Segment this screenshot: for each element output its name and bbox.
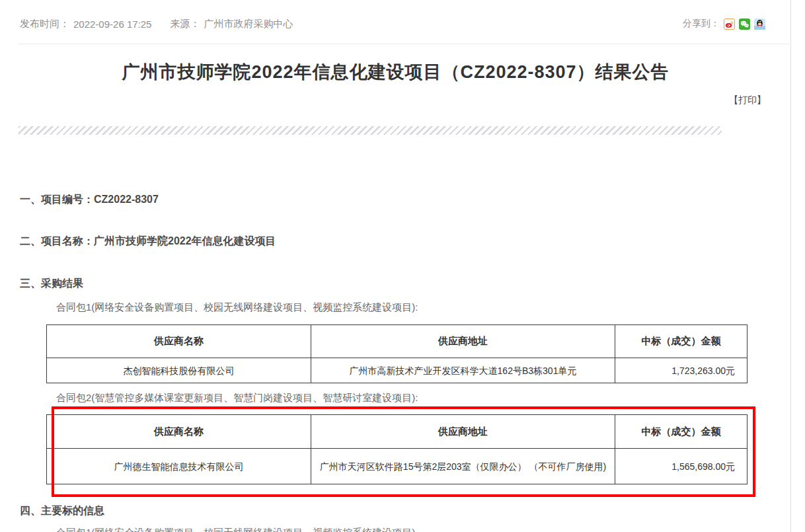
table-header-row: 供应商名称 供应商地址 中标（成交）金额 [47,415,748,449]
source: 来源：广州市政府采购中心 [170,18,293,30]
hatched-divider [19,126,722,135]
section-project-number: 一、项目编号：CZ2022-8307 [20,193,805,206]
col-header-supplier-name: 供应商名称 [47,415,311,449]
award-amount-cell: 1,723,263.00元 [615,358,748,383]
section-main-subject-info: 四、主要标的信息 [20,504,805,517]
section-procurement-result: 三、采购结果 [20,277,805,290]
bottom-clipped-text: 合同包1(网络安全设备购置项目、校园无线网络建设项目、视频监控系统建设项目) [56,526,805,532]
weibo-icon[interactable] [724,19,735,30]
supplier-address-cell: 广州市高新技术产业开发区科学大道162号B3栋301单元 [311,358,615,383]
package1-result-table: 供应商名称 供应商地址 中标（成交）金额 杰创智能科技股份有限公司 广州市高新技… [46,324,748,383]
table-row: 广州德生智能信息技术有限公司 广州市天河区软件路15号第2层203室（仅限办公）… [47,449,748,484]
share-group: 分享到： [683,18,765,30]
col-header-award-amount: 中标（成交）金额 [615,415,748,449]
source-value: 广州市政府采购中心 [204,18,293,30]
meta-divider [19,44,790,44]
wechat-icon[interactable] [739,19,750,30]
col-header-supplier-name: 供应商名称 [47,325,311,358]
table-row: 杰创智能科技股份有限公司 广州市高新技术产业开发区科学大道162号B3栋301单… [47,358,748,383]
package1-label: 合同包1(网络安全设备购置项目、校园无线网络建设项目、视频监控系统建设项目): [56,301,805,314]
publish-time-label: 发布时间： [20,18,69,30]
supplier-address-cell: 广州市天河区软件路15号第2层203室（仅限办公） （不可作厂房使用) [311,449,615,484]
section-project-name: 二、项目名称：广州市技师学院2022年信息化建设项目 [20,235,805,248]
print-button[interactable]: 【打印】 [729,95,766,105]
supplier-name-cell: 广州德生智能信息技术有限公司 [47,449,311,484]
page-title: 广州市技师学院2022年信息化建设项目（CZ2022-8307）结果公告 [0,59,791,85]
package2-result-table: 供应商名称 供应商地址 中标（成交）金额 广州德生智能信息技术有限公司 广州市天… [46,414,748,484]
source-label: 来源： [170,18,200,30]
col-header-supplier-address: 供应商地址 [311,415,615,449]
meta-bar: 发布时间：2022-09-26 17:25 来源：广州市政府采购中心 分享到： [0,0,805,30]
qq-icon[interactable] [754,19,765,30]
publish-time-value: 2022-09-26 17:25 [73,19,151,30]
announcement-page: 发布时间：2022-09-26 17:25 来源：广州市政府采购中心 分享到： [0,0,805,532]
content-right-border [790,0,791,532]
col-header-supplier-address: 供应商地址 [311,325,615,358]
award-amount-cell: 1,565,698.00元 [615,449,748,484]
table-header-row: 供应商名称 供应商地址 中标（成交）金额 [47,325,748,358]
share-label: 分享到： [683,18,720,30]
col-header-award-amount: 中标（成交）金额 [615,325,748,358]
publish-time: 发布时间：2022-09-26 17:25 [20,18,151,30]
package2-label: 合同包2(智慧管控多媒体课室更新项目、智慧门岗建设项目、智慧研讨室建设项目): [56,391,805,404]
supplier-name-cell: 杰创智能科技股份有限公司 [47,358,311,383]
